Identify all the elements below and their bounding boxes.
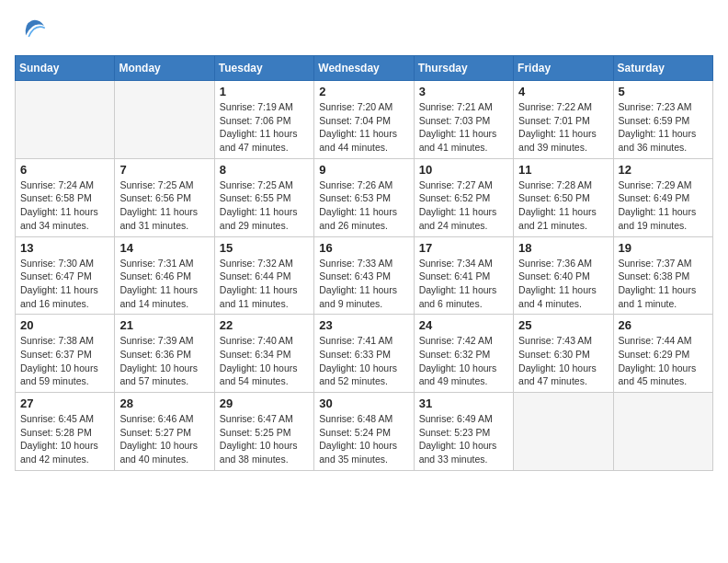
calendar-table: SundayMondayTuesdayWednesdayThursdayFrid… — [15, 55, 713, 471]
day-info: Sunrise: 7:30 AMSunset: 6:47 PMDaylight:… — [20, 257, 109, 311]
day-number: 10 — [419, 163, 508, 177]
day-info: Sunrise: 6:46 AMSunset: 5:27 PMDaylight:… — [119, 412, 209, 466]
calendar-cell: 3Sunrise: 7:21 AMSunset: 7:03 PMDaylight… — [414, 81, 513, 159]
calendar-cell: 22Sunrise: 7:40 AMSunset: 6:34 PMDayligh… — [214, 315, 313, 393]
day-info: Sunrise: 7:44 AMSunset: 6:29 PMDaylight:… — [619, 334, 708, 388]
day-info: Sunrise: 7:21 AMSunset: 7:03 PMDaylight:… — [419, 100, 508, 155]
day-info: Sunrise: 7:27 AMSunset: 6:52 PMDaylight:… — [419, 178, 508, 233]
day-info: Sunrise: 7:39 AMSunset: 6:36 PMDaylight:… — [119, 334, 209, 388]
day-number: 26 — [619, 318, 708, 332]
calendar-cell: 27Sunrise: 6:45 AMSunset: 5:28 PMDayligh… — [16, 393, 115, 471]
day-number: 11 — [518, 163, 608, 177]
calendar-cell: 4Sunrise: 7:22 AMSunset: 7:01 PMDaylight… — [514, 81, 613, 159]
calendar-cell: 10Sunrise: 7:27 AMSunset: 6:52 PMDayligh… — [414, 158, 513, 236]
day-info: Sunrise: 7:34 AMSunset: 6:41 PMDaylight:… — [419, 257, 508, 311]
day-number: 5 — [619, 85, 708, 98]
day-info: Sunrise: 7:19 AMSunset: 7:06 PMDaylight:… — [220, 100, 309, 155]
calendar-cell: 30Sunrise: 6:48 AMSunset: 5:24 PMDayligh… — [314, 393, 414, 471]
logo-icon — [18, 15, 48, 44]
day-of-week-header: Monday — [115, 56, 214, 81]
calendar-cell: 13Sunrise: 7:30 AMSunset: 6:47 PMDayligh… — [16, 236, 115, 315]
day-of-week-header: Sunday — [16, 56, 115, 81]
calendar-cell: 2Sunrise: 7:20 AMSunset: 7:04 PMDaylight… — [314, 81, 414, 159]
day-info: Sunrise: 7:36 AMSunset: 6:40 PMDaylight:… — [518, 257, 608, 311]
days-of-week-row: SundayMondayTuesdayWednesdayThursdayFrid… — [16, 56, 713, 81]
day-number: 9 — [319, 163, 408, 177]
week-row: 20Sunrise: 7:38 AMSunset: 6:37 PMDayligh… — [16, 315, 713, 393]
day-info: Sunrise: 7:37 AMSunset: 6:38 PMDaylight:… — [619, 257, 708, 311]
day-number: 22 — [220, 318, 309, 332]
day-info: Sunrise: 7:32 AMSunset: 6:44 PMDaylight:… — [220, 257, 309, 311]
day-info: Sunrise: 7:25 AMSunset: 6:56 PMDaylight:… — [119, 178, 209, 233]
day-info: Sunrise: 6:45 AMSunset: 5:28 PMDaylight:… — [20, 412, 109, 466]
day-info: Sunrise: 7:23 AMSunset: 6:59 PMDaylight:… — [619, 100, 708, 155]
day-info: Sunrise: 7:31 AMSunset: 6:46 PMDaylight:… — [119, 257, 209, 311]
day-of-week-header: Tuesday — [214, 56, 313, 81]
day-info: Sunrise: 7:24 AMSunset: 6:58 PMDaylight:… — [20, 178, 109, 233]
day-info: Sunrise: 7:43 AMSunset: 6:30 PMDaylight:… — [518, 334, 608, 388]
calendar-cell: 5Sunrise: 7:23 AMSunset: 6:59 PMDaylight… — [613, 81, 712, 159]
calendar-cell: 24Sunrise: 7:42 AMSunset: 6:32 PMDayligh… — [414, 315, 513, 393]
calendar-cell: 26Sunrise: 7:44 AMSunset: 6:29 PMDayligh… — [613, 315, 712, 393]
calendar-cell — [16, 81, 115, 159]
day-of-week-header: Wednesday — [314, 56, 414, 81]
day-info: Sunrise: 7:38 AMSunset: 6:37 PMDaylight:… — [20, 334, 109, 388]
calendar-cell: 25Sunrise: 7:43 AMSunset: 6:30 PMDayligh… — [514, 315, 613, 393]
day-number: 24 — [419, 318, 508, 332]
week-row: 13Sunrise: 7:30 AMSunset: 6:47 PMDayligh… — [16, 236, 713, 315]
day-info: Sunrise: 7:41 AMSunset: 6:33 PMDaylight:… — [319, 334, 408, 388]
day-number: 15 — [220, 241, 309, 255]
day-number: 25 — [518, 318, 608, 332]
calendar-cell: 18Sunrise: 7:36 AMSunset: 6:40 PMDayligh… — [514, 236, 613, 315]
calendar-cell: 28Sunrise: 6:46 AMSunset: 5:27 PMDayligh… — [115, 393, 214, 471]
calendar-cell: 9Sunrise: 7:26 AMSunset: 6:53 PMDaylight… — [314, 158, 414, 236]
day-info: Sunrise: 7:33 AMSunset: 6:43 PMDaylight:… — [319, 257, 408, 311]
calendar-cell — [514, 393, 613, 471]
week-row: 1Sunrise: 7:19 AMSunset: 7:06 PMDaylight… — [16, 81, 713, 159]
calendar-cell: 11Sunrise: 7:28 AMSunset: 6:50 PMDayligh… — [514, 158, 613, 236]
day-number: 28 — [119, 396, 209, 410]
day-of-week-header: Thursday — [414, 56, 513, 81]
calendar-cell: 21Sunrise: 7:39 AMSunset: 6:36 PMDayligh… — [115, 315, 214, 393]
day-number: 1 — [220, 85, 309, 98]
day-info: Sunrise: 7:25 AMSunset: 6:55 PMDaylight:… — [220, 178, 309, 233]
logo — [15, 15, 48, 44]
day-info: Sunrise: 6:47 AMSunset: 5:25 PMDaylight:… — [220, 412, 309, 466]
day-info: Sunrise: 7:22 AMSunset: 7:01 PMDaylight:… — [518, 100, 608, 155]
day-info: Sunrise: 7:40 AMSunset: 6:34 PMDaylight:… — [220, 334, 309, 388]
calendar-cell: 8Sunrise: 7:25 AMSunset: 6:55 PMDaylight… — [214, 158, 313, 236]
day-number: 12 — [619, 163, 708, 177]
week-row: 27Sunrise: 6:45 AMSunset: 5:28 PMDayligh… — [16, 393, 713, 471]
day-number: 30 — [319, 396, 408, 410]
week-row: 6Sunrise: 7:24 AMSunset: 6:58 PMDaylight… — [16, 158, 713, 236]
day-info: Sunrise: 7:26 AMSunset: 6:53 PMDaylight:… — [319, 178, 408, 233]
day-number: 4 — [518, 85, 608, 98]
day-number: 2 — [319, 85, 408, 98]
day-info: Sunrise: 7:42 AMSunset: 6:32 PMDaylight:… — [419, 334, 508, 388]
day-number: 21 — [119, 318, 209, 332]
day-info: Sunrise: 6:49 AMSunset: 5:23 PMDaylight:… — [419, 412, 508, 466]
day-number: 14 — [119, 241, 209, 255]
day-info: Sunrise: 7:29 AMSunset: 6:49 PMDaylight:… — [619, 178, 708, 233]
day-number: 27 — [20, 396, 109, 410]
page-header — [15, 15, 713, 44]
day-number: 23 — [319, 318, 408, 332]
calendar-cell: 15Sunrise: 7:32 AMSunset: 6:44 PMDayligh… — [214, 236, 313, 315]
day-number: 3 — [419, 85, 508, 98]
day-number: 20 — [20, 318, 109, 332]
calendar-cell: 14Sunrise: 7:31 AMSunset: 6:46 PMDayligh… — [115, 236, 214, 315]
day-number: 29 — [220, 396, 309, 410]
calendar-cell: 16Sunrise: 7:33 AMSunset: 6:43 PMDayligh… — [314, 236, 414, 315]
calendar-cell: 19Sunrise: 7:37 AMSunset: 6:38 PMDayligh… — [613, 236, 712, 315]
day-info: Sunrise: 7:20 AMSunset: 7:04 PMDaylight:… — [319, 100, 408, 155]
calendar-cell: 7Sunrise: 7:25 AMSunset: 6:56 PMDaylight… — [115, 158, 214, 236]
calendar-cell: 12Sunrise: 7:29 AMSunset: 6:49 PMDayligh… — [613, 158, 712, 236]
calendar-cell: 29Sunrise: 6:47 AMSunset: 5:25 PMDayligh… — [214, 393, 313, 471]
calendar-cell: 20Sunrise: 7:38 AMSunset: 6:37 PMDayligh… — [16, 315, 115, 393]
day-number: 18 — [518, 241, 608, 255]
day-number: 6 — [20, 163, 109, 177]
calendar-cell: 23Sunrise: 7:41 AMSunset: 6:33 PMDayligh… — [314, 315, 414, 393]
day-number: 16 — [319, 241, 408, 255]
calendar-cell — [115, 81, 214, 159]
calendar-header: SundayMondayTuesdayWednesdayThursdayFrid… — [16, 56, 713, 81]
